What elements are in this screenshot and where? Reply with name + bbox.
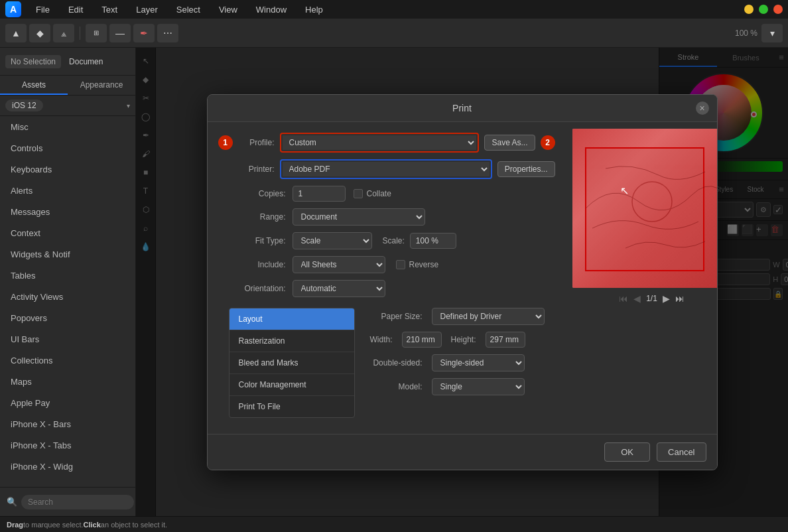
sidebar-item-context[interactable]: Context [0,222,135,243]
page-indicator: 1/1 [646,294,657,303]
status-bar: Drag to marquee select. Click an object … [0,516,788,532]
dialog-footer: OK Cancel [208,434,717,470]
double-sided-label: Double-sided: [368,358,428,367]
menu-bar: A File Edit Text Layer Select View Windo… [0,0,788,19]
menu-window[interactable]: Window [252,3,291,16]
minimize-button[interactable]: − [744,5,754,14]
menu-help[interactable]: Help [301,3,327,16]
ok-button[interactable]: OK [604,442,650,462]
drag-text: Drag [7,521,23,529]
orientation-select[interactable]: Automatic [293,280,385,297]
dialog-header: Print × [208,95,717,122]
svg-point-1 [632,182,672,222]
minus-tool[interactable]: — [109,24,131,42]
preview-map-overlay [572,129,718,288]
print-preview: ↖ [572,129,718,288]
zoom-options[interactable]: ▾ [761,24,783,42]
sidebar-item-alerts[interactable]: Alerts [0,180,135,201]
include-select[interactable]: All Sheets [293,256,385,273]
layout-tab-rasterization[interactable]: Rasterization [230,330,354,352]
document-tab[interactable]: Documen [64,55,108,68]
search-input[interactable] [21,495,134,509]
scale-input[interactable] [410,233,456,249]
share-tool[interactable]: ⟁ [53,24,74,42]
copies-input[interactable] [293,186,346,202]
layout-tab-layout[interactable]: Layout [230,308,354,330]
sidebar-item-ui-bars[interactable]: UI Bars [0,328,135,350]
sidebar-item-activity-views[interactable]: Activity Views [0,286,135,307]
pen-tool[interactable]: ✒ [133,24,155,42]
sidebar-item-widgets[interactable]: Widgets & Notif [0,243,135,265]
orientation-row: Orientation: Automatic [218,280,555,297]
maximize-button[interactable]: + [759,5,768,14]
printer-select[interactable]: Adobe PDF [283,162,490,176]
sidebar-item-apple-pay[interactable]: Apple Pay [0,392,135,413]
cancel-button[interactable]: Cancel [657,442,706,462]
paper-size-label: Paper Size: [368,312,428,321]
print-dialog-overlay: Print × 1 Profile: Custom [136,48,788,516]
category-expand-icon[interactable]: ▾ [127,102,130,109]
menu-layer[interactable]: Layer [132,3,162,16]
sidebar-item-iphone-widg[interactable]: iPhone X - Widg [0,456,135,477]
sidebar-item-maps[interactable]: Maps [0,371,135,392]
sidebar-item-keyboards[interactable]: Keyboards [0,159,135,180]
last-page-button[interactable]: ⏭ [675,293,685,304]
model-label: Model: [368,382,428,391]
node-tool[interactable]: ◆ [29,24,50,42]
sidebar-item-collections[interactable]: Collections [0,350,135,371]
model-select[interactable]: Single [432,378,525,395]
sidebar-item-controls[interactable]: Controls [0,137,135,159]
double-sided-select[interactable]: Single-sided [432,354,525,371]
tab-appearance[interactable]: Appearance [68,76,135,95]
width-label: Width: [368,335,398,344]
category-ios12[interactable]: iOS 12 [5,100,43,111]
save-as-button[interactable]: Save As... [484,135,535,151]
more-tool[interactable]: ⋯ [157,24,178,42]
marquee-text: to marquee select. [23,521,84,529]
paper-size-select[interactable]: Defined by Driver [432,308,545,325]
reverse-checkbox[interactable] [396,260,405,269]
next-page-button[interactable]: ▶ [663,293,670,304]
sidebar-item-popovers[interactable]: Popovers [0,307,135,328]
menu-select[interactable]: Select [172,3,204,16]
fit-type-select[interactable]: Scale [293,232,372,249]
no-selection-badge: No Selection [5,55,61,68]
sidebar-item-misc[interactable]: Misc [0,116,135,137]
layout-tab-color-management[interactable]: Color Management [230,374,354,396]
click-text: Click [84,521,101,529]
orientation-label: Orientation: [233,284,293,293]
range-select[interactable]: Document [293,208,425,226]
collate-checkbox[interactable] [354,189,363,198]
sidebar-item-messages[interactable]: Messages [0,201,135,222]
profile-label: Profile: [238,138,275,147]
dialog-form-area: 1 Profile: Custom Save As... 2 [208,122,566,434]
menu-file[interactable]: File [32,3,54,16]
dialog-close-button[interactable]: × [696,101,709,115]
range-row: Range: Document [218,208,555,226]
dialog-body: 1 Profile: Custom Save As... 2 [208,122,717,434]
scale-label: Scale: [383,236,405,245]
height-input[interactable] [486,332,525,348]
select-tool[interactable]: ▲ [5,24,27,42]
properties-button[interactable]: Properties... [497,161,555,177]
grid-tool[interactable]: ⊞ [86,24,107,42]
tab-assets[interactable]: Assets [0,76,68,95]
close-button[interactable]: × [773,5,783,14]
width-input[interactable] [402,332,442,348]
menu-edit[interactable]: Edit [64,3,87,16]
profile-select[interactable]: Custom [283,135,477,150]
layout-tab-bleed[interactable]: Bleed and Marks [230,352,354,374]
dialog-title: Print [452,103,472,113]
sidebar-item-iphone-tabs[interactable]: iPhone X - Tabs [0,434,135,456]
sidebar-item-tables[interactable]: Tables [0,265,135,286]
sidebar-item-iphone-bars[interactable]: iPhone X - Bars [0,413,135,434]
menu-text[interactable]: Text [98,3,121,16]
printer-label: Printer: [238,165,275,174]
layout-tab-print-to-file[interactable]: Print To File [230,396,354,417]
prev-page-button[interactable]: ◀ [633,293,641,304]
menu-view[interactable]: View [215,3,241,16]
collate-label: Collate [367,189,391,198]
object-text: an object to select it. [101,521,167,529]
first-page-button[interactable]: ⏮ [619,293,628,304]
preview-image: ↖ [572,129,718,288]
